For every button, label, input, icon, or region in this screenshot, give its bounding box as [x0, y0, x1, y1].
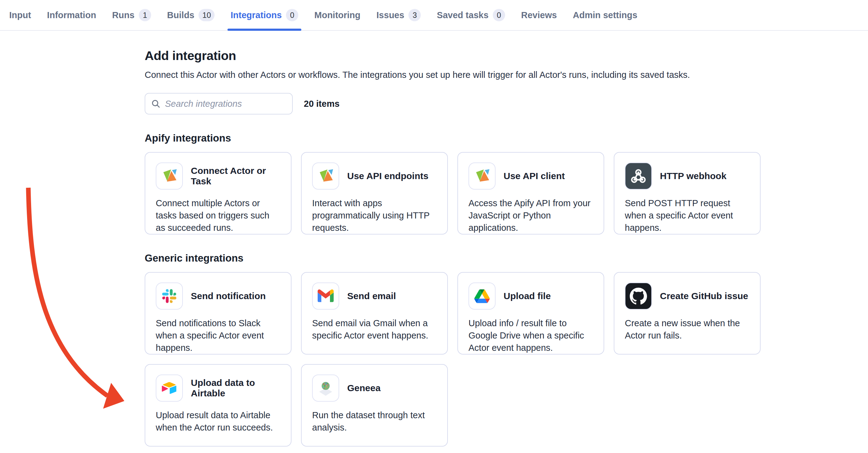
card-description: Interact with apps programmatically usin… [312, 197, 437, 234]
card-description: Connect multiple Actors or tasks based o… [156, 197, 280, 234]
gmail-icon [312, 283, 339, 310]
card-geneea[interactable]: Geneea Run the dataset through text anal… [301, 364, 448, 447]
google-drive-icon [468, 283, 496, 310]
slack-icon [156, 283, 183, 310]
card-http-webhook[interactable]: HTTP webhook Send POST HTTP request when… [614, 152, 761, 234]
tab-label: Input [9, 10, 31, 20]
tab-saved-tasks[interactable]: Saved tasks0 [437, 0, 505, 30]
tab-information[interactable]: Information [47, 0, 96, 30]
apify-logo-icon [468, 162, 496, 190]
webhook-icon [625, 162, 652, 190]
section-title-apify-integrations: Apify integrations [145, 132, 868, 144]
items-count: 20 items [304, 99, 340, 109]
card-title: Send notification [191, 291, 266, 301]
tab-label: Builds [167, 10, 194, 20]
tab-label: Saved tasks [437, 10, 489, 20]
tab-builds[interactable]: Builds10 [167, 0, 215, 30]
tab-label: Admin settings [573, 10, 637, 20]
card-send-notification[interactable]: Send notification Send notifications to … [145, 272, 291, 355]
search-box[interactable] [145, 93, 293, 115]
issues-count-badge: 3 [408, 9, 421, 21]
tab-reviews[interactable]: Reviews [521, 0, 557, 30]
tab-admin-settings[interactable]: Admin settings [573, 0, 637, 30]
card-title: Connect Actor or Task [191, 166, 280, 187]
card-title: Upload file [503, 291, 551, 301]
card-description: Send notifications to Slack when a speci… [156, 317, 280, 354]
search-input[interactable] [165, 99, 286, 109]
card-use-api-endpoints[interactable]: Use API endpoints Interact with apps pro… [301, 152, 448, 234]
card-title: Use API client [503, 171, 565, 181]
tab-label: Reviews [521, 10, 557, 20]
section-title-generic-integrations: Generic integrations [145, 252, 868, 264]
card-description: Run the dataset through text analysis. [312, 409, 437, 433]
card-title: HTTP webhook [660, 171, 726, 181]
card-description: Upload info / result file to Google Driv… [468, 317, 593, 354]
integrations-count-badge: 0 [286, 9, 298, 21]
page-title: Add integration [145, 48, 868, 63]
card-description: Send POST HTTP request when a specific A… [625, 197, 749, 234]
card-description: Send email via Gmail when a specific Act… [312, 317, 437, 342]
tab-label: Runs [112, 10, 134, 20]
github-icon [625, 283, 652, 310]
actor-tab-bar: Input Information Runs1 Builds10 Integra… [0, 0, 868, 31]
airtable-icon [156, 375, 183, 401]
tab-label: Issues [376, 10, 404, 20]
apify-logo-icon [156, 162, 183, 190]
geneea-icon [312, 375, 339, 401]
search-row: 20 items [145, 93, 868, 115]
card-send-email[interactable]: Send email Send email via Gmail when a s… [301, 272, 448, 355]
tab-monitoring[interactable]: Monitoring [314, 0, 361, 30]
apify-logo-icon [312, 162, 339, 190]
card-connect-actor-or-task[interactable]: Connect Actor or Task Connect multiple A… [145, 152, 291, 234]
integrations-panel: Add integration Connect this Actor with … [0, 31, 868, 447]
card-use-api-client[interactable]: Use API client Access the Apify API from… [457, 152, 604, 234]
card-upload-data-to-airtable[interactable]: Upload data to Airtable Upload result da… [145, 364, 291, 447]
tab-integrations[interactable]: Integrations0 [230, 0, 298, 30]
page-description: Connect this Actor with other Actors or … [145, 70, 868, 80]
generic-integrations-grid: Send notification Send notifications to … [145, 272, 868, 447]
card-title: Use API endpoints [347, 171, 429, 181]
tab-issues[interactable]: Issues3 [376, 0, 421, 30]
card-description: Create a new issue when the Actor run fa… [625, 317, 749, 342]
card-title: Send email [347, 291, 396, 301]
card-title: Geneea [347, 383, 380, 393]
card-create-github-issue[interactable]: Create GitHub issue Create a new issue w… [614, 272, 761, 355]
tab-label: Monitoring [314, 10, 361, 20]
card-description: Access the Apify API from your JavaScrip… [468, 197, 593, 234]
card-title: Upload data to Airtable [191, 378, 280, 398]
runs-count-badge: 1 [139, 9, 151, 21]
tab-label: Integrations [230, 10, 282, 20]
tab-label: Information [47, 10, 96, 20]
tab-runs[interactable]: Runs1 [112, 0, 151, 30]
search-icon [151, 99, 161, 109]
apify-integrations-grid: Connect Actor or Task Connect multiple A… [145, 152, 868, 234]
card-title: Create GitHub issue [660, 291, 748, 301]
saved-tasks-count-badge: 0 [493, 9, 505, 21]
card-description: Upload result data to Airtable when the … [156, 409, 280, 433]
card-upload-file[interactable]: Upload file Upload info / result file to… [457, 272, 604, 355]
tab-input[interactable]: Input [9, 0, 31, 30]
builds-count-badge: 10 [198, 9, 215, 21]
